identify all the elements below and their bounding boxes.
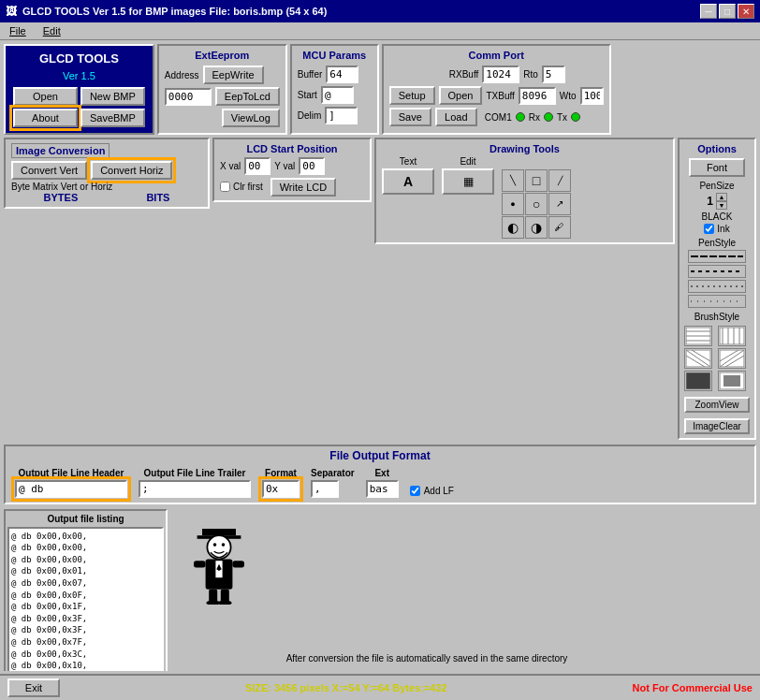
edit-label: Edit: [460, 156, 475, 167]
new-bmp-button[interactable]: New BMP: [80, 87, 145, 106]
glcd-panel: GLCD TOOLS Ver 1.5 Open New BMP About Sa…: [4, 44, 154, 135]
separator-col-label: Separator: [311, 468, 355, 478]
about-button[interactable]: About: [13, 109, 78, 127]
txbuff-input[interactable]: [519, 87, 556, 105]
rto-input[interactable]: [542, 66, 565, 83]
close-button[interactable]: ✕: [738, 4, 754, 19]
start-input[interactable]: [321, 86, 354, 104]
lcd-start-panel: LCD Start Position X val Y val Clr first…: [212, 138, 372, 202]
wto-input[interactable]: [580, 87, 604, 105]
image-conversion-panel: Image Conversion Convert Vert Convert Ho…: [4, 138, 210, 209]
setup-button[interactable]: Setup: [389, 86, 435, 105]
tool-btn-8[interactable]: ◑: [525, 216, 548, 239]
buffer-input[interactable]: [326, 66, 358, 83]
ink-checkbox[interactable]: [704, 224, 714, 234]
drawing-tools-title: Drawing Tools: [382, 143, 667, 154]
tool-btn-1[interactable]: ╲: [502, 169, 524, 192]
menu-file[interactable]: File: [6, 24, 30, 37]
convert-horiz-button[interactable]: Convert Horiz: [91, 161, 172, 180]
pen-style-3[interactable]: [688, 280, 746, 293]
brush-style-label: BrushStyle: [684, 312, 750, 322]
tool-btn-7[interactable]: ◐: [502, 216, 524, 239]
exit-button[interactable]: Exit: [7, 678, 60, 697]
eep-write-button[interactable]: EepWrite: [203, 66, 264, 84]
brush-2[interactable]: [718, 326, 746, 346]
save-bmp-button[interactable]: SaveBMP: [80, 109, 145, 127]
title-bar: 🖼 GLCD TOOLS Ver 1.5 for BMP images File…: [0, 0, 760, 22]
format-input[interactable]: [262, 480, 300, 498]
open-button[interactable]: Open: [13, 87, 78, 106]
write-lcd-button[interactable]: Write LCD: [270, 178, 337, 197]
address-label: Address: [165, 70, 199, 80]
pen-size-up[interactable]: ▲: [716, 193, 727, 201]
tx-led: [571, 112, 580, 122]
menu-bar: File Edit: [0, 22, 760, 40]
x-val-label: X val: [220, 161, 241, 171]
delim-input[interactable]: [325, 107, 358, 124]
listing-line-3: @ db 0x00,0x01,: [11, 565, 160, 577]
pen-size-value: 1: [707, 195, 713, 208]
lcd-start-title: LCD Start Position: [220, 143, 364, 154]
y-val-input[interactable]: [299, 157, 325, 175]
glcd-version: Ver 1.5: [63, 70, 95, 81]
load-button[interactable]: Load: [435, 108, 477, 126]
address-input[interactable]: 0000: [165, 88, 212, 106]
black-label: BLACK: [684, 211, 750, 222]
view-log-button[interactable]: ViewLog: [222, 109, 280, 127]
minimize-button[interactable]: ─: [700, 4, 717, 19]
brush-4[interactable]: [718, 348, 746, 369]
svg-rect-23: [723, 375, 740, 386]
brush-3[interactable]: [684, 348, 712, 369]
app-icon: 🖼: [6, 5, 17, 18]
tool-btn-9[interactable]: 🖋: [548, 216, 571, 239]
pen-style-2[interactable]: [688, 265, 746, 278]
brush-1[interactable]: [684, 326, 712, 346]
svg-point-28: [222, 543, 226, 547]
mcu-params-title: MCU Params: [298, 50, 372, 61]
bytes-label: BYTES: [44, 192, 79, 203]
bottom-info: After conversion the file is automatical…: [173, 649, 680, 667]
save-button[interactable]: Save: [389, 108, 431, 126]
file-output-title: File Output Format: [11, 449, 749, 462]
zoom-view-button[interactable]: ZoomView: [684, 397, 750, 413]
tool-btn-5[interactable]: ○: [525, 193, 548, 215]
menu-edit[interactable]: Edit: [39, 24, 65, 37]
separator-input[interactable]: [311, 480, 339, 498]
brush-6[interactable]: [718, 371, 746, 391]
pen-size-down[interactable]: ▼: [716, 201, 727, 210]
font-button[interactable]: Font: [689, 158, 745, 177]
listing-line-11: @ db 0x00,0x10,: [11, 660, 160, 671]
delim-label: Delim: [298, 110, 322, 121]
listing-line-6: @ db 0x00,0x1F,: [11, 601, 160, 613]
listing-line-1: @ db 0x00,0x00,: [11, 542, 160, 554]
edit-tool-button[interactable]: ▦: [442, 168, 494, 195]
clr-first-checkbox[interactable]: [220, 182, 230, 192]
comm-open-button[interactable]: Open: [439, 86, 483, 105]
image-clear-button[interactable]: ImageClear: [684, 418, 750, 434]
tool-btn-3[interactable]: ╱: [548, 169, 571, 192]
status-bar: Exit SIZE: 3456 pixels X:=54 Y:=64 Bytes…: [0, 674, 760, 700]
tool-btn-2[interactable]: □: [525, 169, 548, 192]
listing-content[interactable]: @ db 0x00,0x00, @ db 0x00,0x00, @ db 0x0…: [7, 527, 164, 671]
brush-5[interactable]: [684, 371, 712, 391]
pen-style-4[interactable]: [688, 295, 746, 308]
svg-rect-33: [232, 561, 244, 567]
tool-btn-6[interactable]: ↗: [548, 193, 571, 215]
convert-vert-button[interactable]: Convert Vert: [11, 161, 87, 180]
image-conversion-title: Image Conversion: [11, 143, 110, 158]
tool-btn-4[interactable]: ●: [502, 193, 524, 215]
maximize-button[interactable]: □: [719, 4, 736, 19]
listing-line-4: @ db 0x00,0x07,: [11, 577, 160, 590]
trailer-input[interactable]: [139, 480, 251, 498]
svg-point-27: [213, 543, 217, 547]
x-val-input[interactable]: [244, 157, 270, 175]
pen-style-1[interactable]: [688, 250, 746, 263]
header-input[interactable]: [15, 480, 127, 498]
listing-line-5: @ db 0x00,0x0F,: [11, 590, 160, 602]
text-tool-button[interactable]: A: [382, 168, 434, 195]
eep-to-lcd-button[interactable]: EepToLcd: [215, 87, 280, 106]
ext-input[interactable]: [366, 480, 399, 498]
rxbuff-input[interactable]: [482, 66, 519, 83]
ext-col-label: Ext: [366, 468, 399, 478]
add-lf-checkbox[interactable]: [410, 486, 420, 496]
